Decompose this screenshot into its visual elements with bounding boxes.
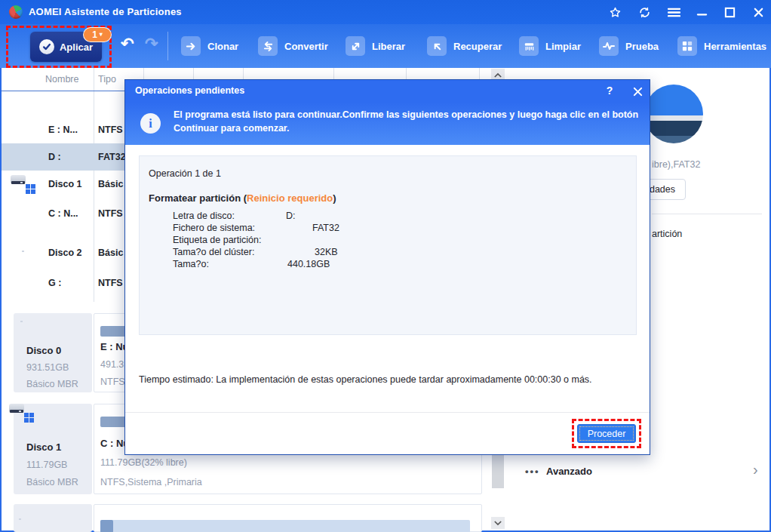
dialog-title: Operaciones pendientes: [135, 85, 244, 96]
wipe-icon: [519, 36, 539, 56]
toolbar-item-convertir[interactable]: Convertir: [258, 36, 328, 56]
tools-grid-icon: [677, 36, 697, 56]
app-window: AOMEI Asistente de Particiones Aplicar: [0, 0, 771, 532]
panel-menu-item[interactable]: artición: [652, 229, 682, 239]
row-name: Disco 1: [48, 179, 81, 189]
toolbar-item-clonar[interactable]: Clonar: [181, 36, 238, 56]
field-label: Tama?o:: [173, 259, 209, 269]
toolbar-item-limpiar[interactable]: Limpiar: [519, 36, 581, 56]
disk-usage-pie-chart: [644, 85, 703, 143]
toolbar-separator: [167, 32, 168, 60]
toolbar-label: Liberar: [372, 41, 405, 52]
disk-card-disco1[interactable]: Disco 1 111.79GB Básico MBR: [14, 404, 92, 494]
dialog-close-icon[interactable]: [631, 85, 644, 98]
redo-button[interactable]: ↷: [145, 35, 158, 53]
toolbar-label: Prueba: [625, 41, 659, 52]
disk-layout: Básico MBR: [26, 379, 78, 389]
partition-used-segment: [100, 520, 113, 532]
scrollbar-thumb[interactable]: [492, 455, 504, 488]
row-type: NTFS: [98, 208, 123, 219]
ellipsis-icon[interactable]: •••: [525, 466, 540, 477]
row-type: NTFS: [98, 278, 123, 288]
operation-title: Formatear partición (Reinicio requerido): [149, 192, 336, 204]
row-name: G :: [48, 278, 61, 288]
row-name: C : N...: [48, 208, 78, 219]
operation-index: Operación 1 de 1: [149, 168, 221, 179]
chevron-down-icon: ▾: [100, 32, 103, 38]
disk-name: Disco 1: [26, 441, 61, 453]
disk-card-disco2[interactable]: [14, 504, 92, 532]
field-label: Tama?o del clúster:: [173, 247, 254, 257]
partition-fs: NTFS: [100, 377, 125, 387]
close-icon[interactable]: [751, 5, 765, 19]
disk-card-disco0[interactable]: Disco 0 931.51GB Básico MBR: [14, 313, 92, 392]
dialog-info-banner: i El programa está listo para continuar.…: [125, 103, 650, 145]
refresh-icon[interactable]: [637, 5, 651, 19]
info-icon: i: [140, 113, 161, 134]
scrollbar-down-button[interactable]: [491, 517, 505, 529]
undo-button[interactable]: ↶: [121, 35, 134, 53]
dialog-header[interactable]: Operaciones pendientes ?: [125, 80, 650, 103]
minimize-icon[interactable]: [695, 5, 708, 19]
field-value: D:: [286, 211, 296, 221]
partition-size: 491.3: [100, 359, 124, 370]
field-value: 440.18GB: [287, 259, 330, 269]
favorite-star-icon[interactable]: [608, 5, 622, 19]
disk-size: 931.51GB: [26, 362, 69, 373]
partition-info-text: ibre),FAT32: [652, 159, 700, 170]
test-icon: [599, 36, 619, 56]
dialog-footer-divider: [125, 412, 650, 413]
partition-fs: NTFS,Sistema ,Primaria: [100, 477, 202, 487]
row-type: FAT32: [98, 152, 126, 162]
titlebar: AOMEI Asistente de Particiones: [0, 0, 771, 24]
field-label: Etiqueta de partición:: [173, 235, 261, 245]
apply-label: Aplicar: [60, 42, 93, 53]
disk-layout: Básico MBR: [26, 477, 78, 487]
recover-icon: [427, 36, 447, 56]
menu-icon[interactable]: [667, 5, 680, 19]
free-up-icon: [346, 36, 365, 56]
partition-size: 111.79GB(32% libre): [100, 457, 187, 468]
row-name: D :: [48, 152, 61, 162]
dialog-message-line2: Continuar para comenzar.: [174, 123, 290, 134]
toolbar: Aplicar 1 ▾ ↶ ↷ Clonar Convertir Liberar: [0, 24, 771, 68]
disk-name: Disco 0: [26, 345, 61, 356]
field-value: 32KB: [315, 247, 338, 257]
maximize-icon[interactable]: [723, 5, 736, 19]
estimated-time-text: Tiempo estimado: La implementación de es…: [139, 374, 644, 385]
toolbar-label: Herramientas: [704, 41, 766, 52]
column-header-nombre[interactable]: Nombre: [45, 74, 78, 85]
toolbar-item-herramientas[interactable]: Herramientas: [677, 36, 766, 56]
badge-count: 1: [92, 29, 97, 40]
toolbar-item-recuperar[interactable]: Recuperar: [427, 36, 502, 56]
partition-card-g[interactable]: [94, 504, 482, 532]
row-name: E : N...: [48, 125, 78, 135]
toolbar-label: Recuperar: [453, 41, 502, 52]
column-header-tipo[interactable]: Tipo: [98, 74, 116, 85]
field-value: FAT32: [312, 223, 339, 233]
advanced-menu-item[interactable]: Avanzado: [546, 466, 592, 477]
row-type: Básic: [98, 179, 123, 189]
chevron-right-icon[interactable]: ›: [753, 461, 758, 478]
window-title: AOMEI Asistente de Particiones: [29, 6, 182, 17]
operations-list[interactable]: Operación 1 de 1 Formatear partición (Re…: [139, 155, 637, 335]
restart-required-note: Reinicio requerido: [247, 192, 333, 204]
toolbar-item-liberar[interactable]: Liberar: [346, 36, 405, 56]
pending-count-badge[interactable]: 1 ▾: [83, 27, 112, 42]
app-logo-icon: [9, 5, 23, 19]
help-icon[interactable]: ?: [603, 85, 616, 98]
row-type: NTFS: [98, 125, 123, 135]
clone-icon: [181, 36, 201, 56]
field-label: Fichero de sistema:: [173, 223, 255, 233]
toolbar-label: Limpiar: [545, 41, 581, 52]
toolbar-label: Convertir: [284, 41, 328, 52]
disk-size: 111.79GB: [26, 460, 67, 470]
panel-divider: [652, 214, 762, 214]
dialog-message-line1: El programa está listo para continuar.Co…: [174, 109, 638, 120]
field-label: Letra de disco:: [173, 211, 235, 221]
proceed-highlight-box: [572, 419, 641, 448]
convert-icon: [258, 36, 278, 56]
check-circle-icon: [39, 39, 54, 54]
toolbar-item-prueba[interactable]: Prueba: [599, 36, 659, 56]
toolbar-label: Clonar: [207, 41, 238, 52]
